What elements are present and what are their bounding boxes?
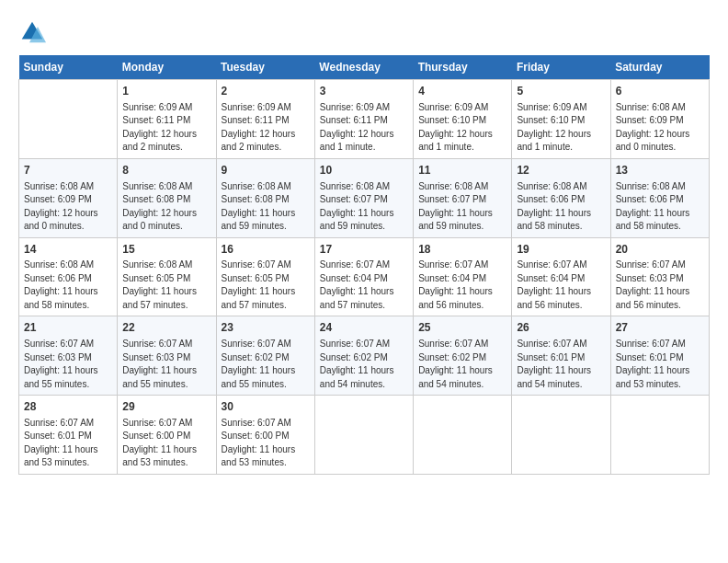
calendar-cell [414,396,512,475]
calendar-cell [512,396,610,475]
day-info: Sunrise: 6:09 AM Sunset: 6:10 PM Dayligh… [517,101,605,155]
daylight-text: Daylight: 11 hours and 57 minutes. [122,286,197,310]
calendar-header-row: SundayMondayTuesdayWednesdayThursdayFrid… [19,55,710,80]
daylight-text: Daylight: 12 hours and 0 minutes. [24,208,98,232]
calendar-table: SundayMondayTuesdayWednesdayThursdayFrid… [18,55,710,475]
daylight-text: Daylight: 11 hours and 56 minutes. [616,286,690,310]
sunrise-text: Sunrise: 6:07 AM [616,259,686,270]
calendar-cell [610,396,709,475]
day-number: 10 [320,163,408,178]
calendar-cell: 9 Sunrise: 6:08 AM Sunset: 6:08 PM Dayli… [216,158,314,237]
sunset-text: Sunset: 6:10 PM [418,115,486,125]
day-info: Sunrise: 6:08 AM Sunset: 6:07 PM Dayligh… [418,180,506,234]
sunset-text: Sunset: 6:00 PM [122,431,190,441]
sunrise-text: Sunrise: 6:09 AM [320,102,390,112]
calendar-cell: 23 Sunrise: 6:07 AM Sunset: 6:02 PM Dayl… [216,316,314,396]
sunset-text: Sunset: 6:07 PM [418,194,486,204]
day-info: Sunrise: 6:07 AM Sunset: 6:02 PM Dayligh… [320,338,408,391]
sunrise-text: Sunrise: 6:09 AM [418,102,488,112]
day-number: 5 [517,84,605,99]
sunrise-text: Sunrise: 6:07 AM [24,418,94,428]
daylight-text: Daylight: 11 hours and 57 minutes. [320,286,394,310]
calendar-cell: 4 Sunrise: 6:09 AM Sunset: 6:10 PM Dayli… [414,80,512,159]
day-info: Sunrise: 6:08 AM Sunset: 6:06 PM Dayligh… [517,180,605,234]
daylight-text: Daylight: 11 hours and 54 minutes. [517,365,591,389]
day-info: Sunrise: 6:07 AM Sunset: 6:02 PM Dayligh… [222,338,310,391]
day-info: Sunrise: 6:09 AM Sunset: 6:10 PM Dayligh… [418,101,506,155]
sunset-text: Sunset: 6:11 PM [122,115,190,125]
day-header-sunday: Sunday [19,55,118,80]
calendar-cell: 3 Sunrise: 6:09 AM Sunset: 6:11 PM Dayli… [314,80,413,159]
day-number: 22 [122,320,210,336]
daylight-text: Daylight: 11 hours and 59 minutes. [418,208,493,232]
day-info: Sunrise: 6:09 AM Sunset: 6:11 PM Dayligh… [122,101,210,155]
sunrise-text: Sunrise: 6:08 AM [222,181,291,191]
daylight-text: Daylight: 12 hours and 0 minutes. [616,129,690,153]
day-number: 11 [418,163,506,178]
day-number: 8 [122,163,210,178]
calendar-cell [19,80,118,159]
sunset-text: Sunset: 6:08 PM [122,194,190,204]
daylight-text: Daylight: 11 hours and 54 minutes. [418,365,493,389]
daylight-text: Daylight: 11 hours and 58 minutes. [24,286,98,310]
sunset-text: Sunset: 6:04 PM [418,273,486,283]
sunset-text: Sunset: 6:01 PM [517,352,585,362]
sunset-text: Sunset: 6:02 PM [222,352,290,362]
day-number: 16 [222,242,310,258]
day-info: Sunrise: 6:07 AM Sunset: 6:03 PM Dayligh… [122,338,210,391]
sunset-text: Sunset: 6:06 PM [517,194,585,204]
daylight-text: Daylight: 11 hours and 55 minutes. [24,365,98,389]
day-number: 25 [418,320,506,336]
day-info: Sunrise: 6:09 AM Sunset: 6:11 PM Dayligh… [222,101,310,155]
sunset-text: Sunset: 6:01 PM [24,431,92,441]
calendar-cell: 19 Sunrise: 6:07 AM Sunset: 6:04 PM Dayl… [512,237,610,316]
daylight-text: Daylight: 11 hours and 53 minutes. [122,444,197,468]
sunset-text: Sunset: 6:08 PM [222,194,290,204]
sunset-text: Sunset: 6:03 PM [122,352,190,362]
daylight-text: Daylight: 11 hours and 55 minutes. [122,365,197,389]
sunset-text: Sunset: 6:05 PM [222,273,290,283]
sunset-text: Sunset: 6:05 PM [122,273,190,283]
day-number: 13 [616,163,704,178]
calendar-cell: 1 Sunrise: 6:09 AM Sunset: 6:11 PM Dayli… [118,80,216,159]
sunset-text: Sunset: 6:02 PM [320,352,388,362]
daylight-text: Daylight: 12 hours and 1 minute. [517,129,591,153]
calendar-cell: 26 Sunrise: 6:07 AM Sunset: 6:01 PM Dayl… [512,316,610,396]
day-header-saturday: Saturday [610,55,709,80]
calendar-cell: 20 Sunrise: 6:07 AM Sunset: 6:03 PM Dayl… [610,237,709,316]
sunrise-text: Sunrise: 6:08 AM [122,181,192,191]
day-header-monday: Monday [118,55,216,80]
sunrise-text: Sunrise: 6:07 AM [122,339,192,349]
day-info: Sunrise: 6:07 AM Sunset: 6:03 PM Dayligh… [616,259,704,312]
page-header [18,18,710,46]
sunset-text: Sunset: 6:11 PM [320,115,388,125]
sunrise-text: Sunrise: 6:08 AM [517,181,586,191]
sunset-text: Sunset: 6:09 PM [24,194,92,204]
sunset-text: Sunset: 6:09 PM [616,115,684,125]
day-info: Sunrise: 6:08 AM Sunset: 6:06 PM Dayligh… [24,259,112,312]
sunrise-text: Sunrise: 6:07 AM [517,339,586,349]
sunset-text: Sunset: 6:02 PM [418,352,486,362]
day-number: 3 [320,84,408,99]
calendar-cell: 24 Sunrise: 6:07 AM Sunset: 6:02 PM Dayl… [314,316,413,396]
daylight-text: Daylight: 12 hours and 2 minutes. [222,129,296,153]
sunset-text: Sunset: 6:07 PM [320,194,388,204]
calendar-cell: 28 Sunrise: 6:07 AM Sunset: 6:01 PM Dayl… [19,396,118,475]
day-info: Sunrise: 6:08 AM Sunset: 6:09 PM Dayligh… [24,180,112,234]
day-info: Sunrise: 6:07 AM Sunset: 6:02 PM Dayligh… [418,338,506,391]
calendar-cell: 29 Sunrise: 6:07 AM Sunset: 6:00 PM Dayl… [118,396,216,475]
day-info: Sunrise: 6:07 AM Sunset: 6:01 PM Dayligh… [24,417,112,470]
daylight-text: Daylight: 11 hours and 58 minutes. [616,208,690,232]
day-number: 18 [418,242,506,258]
calendar-cell: 5 Sunrise: 6:09 AM Sunset: 6:10 PM Dayli… [512,80,610,159]
daylight-text: Daylight: 11 hours and 58 minutes. [517,208,591,232]
sunset-text: Sunset: 6:04 PM [320,273,388,283]
day-number: 28 [24,399,112,415]
sunset-text: Sunset: 6:01 PM [616,352,684,362]
logo-icon [18,18,46,46]
day-header-wednesday: Wednesday [314,55,413,80]
calendar-cell: 13 Sunrise: 6:08 AM Sunset: 6:06 PM Dayl… [610,158,709,237]
day-info: Sunrise: 6:08 AM Sunset: 6:07 PM Dayligh… [320,180,408,234]
day-number: 9 [222,163,310,178]
calendar-cell: 25 Sunrise: 6:07 AM Sunset: 6:02 PM Dayl… [414,316,512,396]
